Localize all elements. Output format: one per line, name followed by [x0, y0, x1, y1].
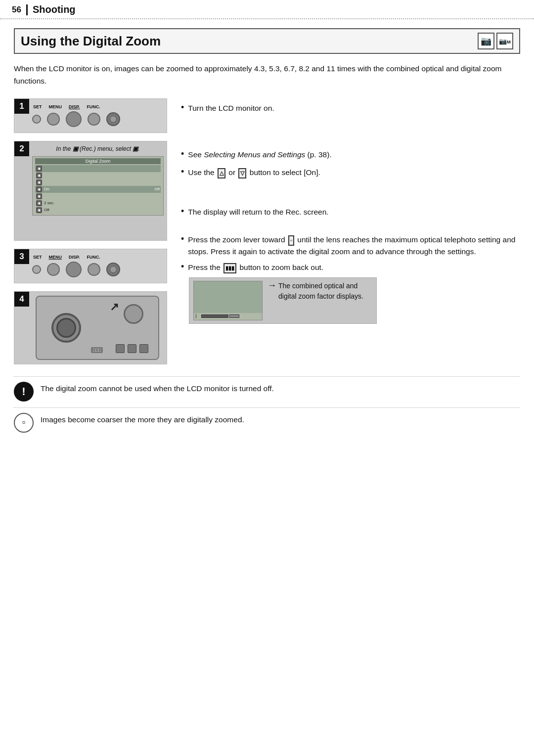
menu-icon-6: ▣: [36, 200, 42, 206]
zoom-screen-main: [194, 281, 262, 313]
mode-icon-photo: 📷: [478, 33, 494, 49]
step3-func-btn[interactable]: [88, 263, 100, 276]
step3-label-disp: DISP.: [69, 255, 80, 260]
step3-menu-btn[interactable]: [47, 263, 60, 276]
cam-small-btn-3: [139, 344, 148, 353]
wide-icon: ▮▮▮: [223, 263, 236, 273]
menu-icon-1: ▣: [36, 166, 42, 172]
label-func: FUNC.: [87, 104, 100, 109]
bullet-dot-4-1: •: [181, 234, 184, 245]
main-content: Using the Digital Zoom 📷 📷M When the LCD…: [0, 19, 534, 445]
menu-row-3: ▣: [35, 179, 161, 186]
bullet-dot-2-1: •: [181, 149, 184, 160]
bullet-item-4-1: • Press the zoom lever toward ▫ until th…: [181, 234, 520, 258]
section-title: Using the Digital Zoom: [21, 34, 478, 49]
disp-btn[interactable]: [66, 111, 82, 127]
header-bar: 56 Shooting: [0, 0, 534, 19]
info-icon: ▫: [14, 413, 34, 433]
menu-screen: Digital Zoom ▣ ▣ ▣: [32, 156, 164, 216]
notice-box-warning: ! The digital zoom cannot be used when t…: [14, 376, 520, 401]
warning-icon-symbol: !: [22, 385, 25, 398]
step3-wheel-btn[interactable]: [106, 263, 120, 276]
notice-box-info: ▫ Images become coarser the more they ar…: [14, 407, 520, 433]
instruction-block-1: • Turn the LCD monitor on.: [181, 98, 520, 124]
step3-buttons: [32, 262, 163, 277]
menu-label-5: [44, 194, 45, 198]
label-set: SET: [33, 104, 42, 109]
func-btn[interactable]: [88, 113, 100, 126]
menu-label-4: On: [44, 187, 49, 191]
step2-menu-img: In the ▣ (Rec.) menu, select ▣. Digital …: [14, 141, 167, 240]
steps-instructions: • Turn the LCD monitor on. • See Selecti…: [181, 98, 520, 364]
camera-btn-row: [116, 344, 148, 353]
menu-label-6: 2 sec.: [44, 201, 54, 205]
step3-disp-btn[interactable]: [66, 262, 82, 277]
label-disp: DISP.: [69, 104, 80, 109]
menu-label-7: Off: [44, 208, 49, 212]
menu-btn[interactable]: [47, 113, 60, 126]
menu-title: Digital Zoom: [35, 158, 161, 164]
zoom-bar-row: ⎸: [194, 313, 262, 320]
zoom-right-arrow: →: [267, 281, 276, 290]
bullet-dot-1-1: •: [181, 102, 184, 113]
zoom-display-box: ⎸ → The combined optical and digital zoo…: [189, 277, 377, 324]
steps-images: 1 SET MENU DISP. FUNC.: [14, 98, 167, 364]
zoom-arrow-indicator: ↗: [110, 301, 119, 313]
bullet-dot-2-2: •: [181, 167, 184, 178]
steps-layout: 1 SET MENU DISP. FUNC.: [14, 98, 520, 364]
menu-row-6: ▣ 2 sec.: [35, 200, 161, 207]
zoom-bar-filled: [201, 314, 228, 318]
bullet-text-1-1: Turn the LCD monitor on.: [188, 102, 520, 114]
bullet-text-3-1: The display will return to the Rec. scre…: [188, 206, 520, 218]
bullet-text-4-1: Press the zoom lever toward ▫ until the …: [188, 234, 520, 258]
menu-row-2: ▣: [35, 172, 161, 179]
menu-icon-2: ▣: [36, 173, 42, 178]
cam-indicator: □□□: [91, 347, 103, 353]
zoom-caption-text: The combined optical and digital zoom fa…: [278, 281, 372, 302]
menu-icon-3: ▣: [36, 179, 42, 185]
photo-icon: 📷: [481, 36, 491, 46]
section-title-row: Using the Digital Zoom 📷 📷M: [14, 28, 520, 54]
step3-camera-img: SET MENU DISP. FUNC.: [14, 249, 167, 283]
step3-set-btn[interactable]: [32, 265, 41, 274]
cam-small-btn-2: [128, 344, 136, 353]
menu-label-2: [44, 173, 45, 178]
notice-text-info: Images become coarser the more they are …: [41, 413, 244, 426]
mode-icon-movie: 📷M: [496, 33, 513, 49]
step3-label-menu: MENU: [49, 255, 62, 260]
page-number: 56: [12, 5, 21, 15]
label-menu: MENU: [49, 104, 62, 109]
bullet-dot-3-1: •: [181, 206, 184, 217]
info-icon-symbol: ▫: [22, 417, 25, 428]
movie-icon: 📷M: [499, 38, 511, 45]
bullet-text-4-2: Press the ▮▮▮ button to zoom back out.: [188, 262, 520, 273]
bullet-item-3-1: • The display will return to the Rec. sc…: [181, 206, 520, 218]
zoom-arrow-caption: → The combined optical and digital zoom …: [267, 281, 372, 302]
step4-badge: 4: [14, 292, 29, 307]
bullet-text-2-2: Use the △ or ▽ button to select [On].: [188, 167, 520, 178]
mode-icons: 📷 📷M: [478, 33, 513, 49]
step2-caption: In the ▣ (Rec.) menu, select ▣.: [32, 145, 164, 152]
step4-image-box: 4 ↗ □□□: [14, 291, 167, 364]
camera-dial: [124, 304, 143, 324]
step1-image-box: 1 SET MENU DISP. FUNC.: [14, 98, 167, 133]
menu-icon-7: ▣: [36, 207, 42, 213]
bullet-dot-4-2: •: [181, 262, 184, 272]
bullet-item-1-1: • Turn the LCD monitor on.: [181, 102, 520, 114]
set-btn[interactable]: [32, 115, 41, 124]
bullet-item-2-2: • Use the △ or ▽ button to select [On].: [181, 167, 520, 178]
camera-lens: [51, 313, 81, 343]
step2-image-box: 2 In the ▣ (Rec.) menu, select ▣. Digita…: [14, 141, 167, 241]
step3-label-set: SET: [33, 255, 42, 260]
zoom-screen-img: ⎸: [193, 281, 263, 320]
step2-badge: 2: [14, 141, 29, 156]
step1-buttons: [32, 111, 163, 127]
instruction-block-4: • Press the zoom lever toward ▫ until th…: [181, 228, 520, 334]
instruction-block-3: • The display will return to the Rec. sc…: [181, 188, 520, 228]
menu-label-3: [44, 180, 45, 184]
zoom-bar-empty: [229, 314, 239, 318]
wheel-btn[interactable]: [106, 112, 120, 126]
bullet-item-4-2: • Press the ▮▮▮ button to zoom back out.: [181, 262, 520, 273]
menu-val-4: Off: [154, 187, 160, 191]
camera-body: ↗ □□□: [36, 296, 159, 360]
